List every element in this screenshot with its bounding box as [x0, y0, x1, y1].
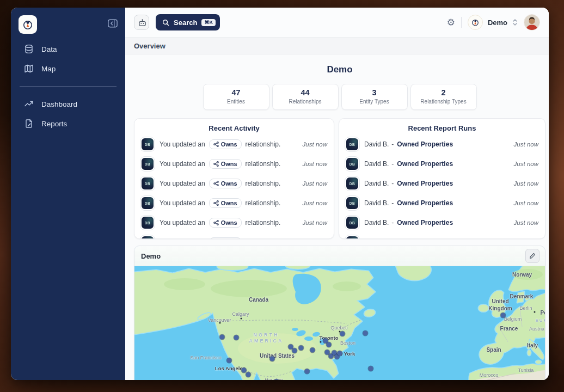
topbar: Search ⌘K ⚙ Demo [125, 8, 549, 38]
relationship-type-badge[interactable]: Owns [209, 139, 242, 149]
map-marker[interactable] [327, 342, 332, 347]
map-marker[interactable] [227, 358, 232, 363]
map-viewport[interactable]: CanadaCalgaryVancouverQuebecTorontoBosto… [134, 266, 545, 380]
map-marker[interactable] [242, 368, 247, 373]
settings-gear-icon[interactable]: ⚙ [447, 18, 455, 27]
user-initials-avatar: DB [346, 138, 358, 150]
relationship-type-badge[interactable]: Owns [209, 237, 242, 239]
map-marker[interactable] [338, 351, 342, 356]
timestamp: Just now [303, 180, 328, 187]
robot-icon [138, 18, 147, 27]
user-initials-avatar: DB [346, 236, 358, 239]
relationship-type-badge[interactable]: Owns [209, 159, 242, 169]
user-initials-avatar: DB [142, 177, 154, 189]
sidebar-item-dashboard[interactable]: Dashboard [19, 94, 118, 114]
map-icon [24, 64, 34, 74]
user-initials-avatar: DB [346, 217, 358, 229]
report-name: Owned Properties [397, 219, 453, 226]
badge-label: Owns [221, 180, 237, 187]
relationship-type-badge[interactable]: Owns [209, 218, 242, 228]
stat-card[interactable]: 3 Entity Types [341, 84, 408, 110]
map-marker[interactable] [305, 369, 310, 374]
workspace-logo-icon [468, 15, 483, 30]
share-icon [213, 200, 219, 206]
page-title: Demo [134, 64, 545, 75]
panel-title: Recent Activity [140, 119, 328, 134]
map-marker[interactable] [270, 357, 275, 362]
assistant-button[interactable] [134, 15, 149, 30]
share-icon [213, 220, 219, 225]
stat-value: 47 [204, 88, 269, 97]
activity-text: You updated an [160, 219, 205, 226]
report-run-row[interactable]: DB David B. - Owned Properties Just now [345, 213, 540, 232]
stat-label: Relationships [273, 99, 338, 105]
breadcrumb[interactable]: Overview [134, 42, 165, 50]
badge-label: Owns [221, 161, 237, 167]
sidebar-item-map[interactable]: Map [19, 59, 118, 78]
stat-value: 3 [342, 88, 407, 97]
report-separator: - [391, 219, 394, 226]
activity-row[interactable]: DB You updated an Owns relationship. [140, 154, 328, 174]
activity-row[interactable]: DB You updated an Owns relationship. [140, 232, 328, 239]
map-marker[interactable] [220, 335, 225, 340]
activity-row[interactable]: DB You updated an Owns relationship. [140, 174, 328, 193]
app-logo[interactable] [19, 15, 37, 34]
report-separator: - [391, 199, 394, 207]
map-header: Demo [134, 246, 545, 266]
report-run-row[interactable]: DB David B. - Owned Properties Just now [345, 174, 540, 193]
workspace-name: Demo [488, 19, 507, 27]
activity-text-suffix: relationship. [246, 238, 281, 239]
report-run-row[interactable]: DB David B. - Owned Properties Just now [345, 154, 540, 174]
report-separator: - [391, 140, 394, 148]
stat-card[interactable]: 44 Relationships [272, 84, 339, 110]
chevron-up-down-icon [512, 19, 518, 26]
panel-title: Recent Report Runs [345, 119, 540, 134]
map-marker[interactable] [246, 372, 251, 377]
stat-value: 2 [411, 88, 476, 97]
stat-card[interactable]: 2 Relationship Types [410, 84, 477, 110]
relationship-type-badge[interactable]: Owns [209, 198, 242, 208]
stat-value: 44 [273, 88, 338, 97]
map-marker[interactable] [501, 313, 506, 318]
report-run-row[interactable]: DB David B. - Owned Properties Just now [345, 193, 540, 213]
report-name: Owned Properties [397, 238, 453, 239]
map-marker[interactable] [292, 348, 297, 353]
sidebar-item-reports[interactable]: Reports [19, 114, 118, 133]
relationship-type-badge[interactable]: Owns [209, 179, 242, 188]
timestamp: Just now [303, 141, 328, 148]
user-avatar[interactable] [524, 14, 540, 30]
map-marker[interactable] [363, 331, 368, 336]
report-run-row[interactable]: DB David B. - Owned Properties Just now [345, 232, 540, 239]
activity-text-suffix: relationship. [246, 180, 281, 187]
search-button[interactable]: Search ⌘K [156, 14, 220, 30]
map-marker[interactable] [234, 335, 239, 340]
map-marker[interactable] [340, 332, 345, 336]
stat-label: Entity Types [342, 99, 407, 105]
activity-text-suffix: relationship. [246, 199, 281, 207]
report-name: Owned Properties [397, 160, 453, 168]
report-run-row[interactable]: DB David B. - Owned Properties Just now [345, 134, 540, 154]
map-marker[interactable] [299, 346, 304, 351]
activity-row[interactable]: DB You updated an Owns relationship. [140, 134, 328, 154]
sidebar-nav: Data Map Dashboard [19, 39, 118, 133]
sidebar-item-data[interactable]: Data [19, 39, 118, 59]
workspace-selector[interactable]: Demo [468, 15, 518, 30]
user-initials-avatar: DB [142, 138, 154, 150]
edit-map-button[interactable] [525, 249, 540, 263]
recent-report-runs-panel: Recent Report Runs DB David B. - Owned P… [339, 118, 545, 239]
stat-card[interactable]: 47 Entities [203, 84, 269, 110]
activity-row[interactable]: DB You updated an Owns relationship. [140, 193, 328, 213]
sidebar-item-label: Data [41, 45, 57, 53]
collapse-sidebar-button[interactable] [108, 19, 118, 29]
stats-row: 47 Entities 44 Relationships 3 Entity Ty… [134, 84, 545, 110]
user-initials-avatar: DB [346, 158, 358, 170]
activity-text: You updated an [160, 140, 205, 148]
dashboard-icon [24, 99, 34, 109]
map-marker[interactable] [369, 366, 373, 371]
stat-label: Relationship Types [411, 99, 476, 105]
activity-list: DB You updated an Owns relationship. [140, 134, 328, 239]
activity-text: You updated an [160, 238, 205, 239]
map-marker[interactable] [310, 348, 315, 353]
activity-row[interactable]: DB You updated an Owns relationship. [140, 213, 328, 232]
report-runs-list: DB David B. - Owned Properties Just now … [345, 134, 540, 239]
